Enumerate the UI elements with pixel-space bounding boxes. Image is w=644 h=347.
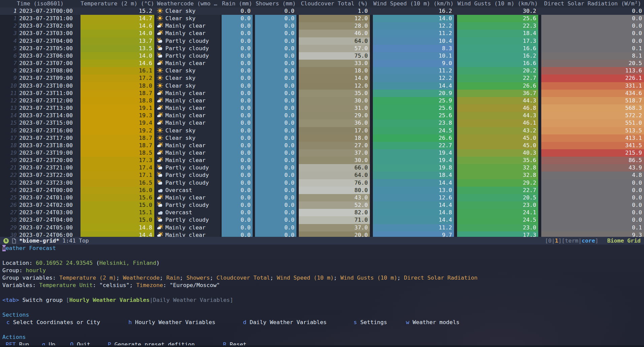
table-row[interactable]: 272023-07-24T03:0015.1Overcast0.00.082.0… — [0, 209, 644, 216]
cell-showers: 0.0 — [255, 194, 296, 201]
table-row[interactable]: 82023-07-23T08:0016.1Clear sky0.00.018.0… — [0, 67, 644, 74]
blank-line — [0, 304, 644, 311]
cell-temp: 16.0 — [80, 187, 154, 194]
weather-partly-cloudy-icon — [157, 53, 163, 59]
cell-showers: 0.0 — [255, 179, 296, 187]
weathercode-label: Partly cloudy — [165, 45, 209, 52]
text-segment: Temperature Unit — [39, 282, 93, 288]
weathercode-label: Clear sky — [165, 127, 195, 134]
table-row[interactable]: 192023-07-23T19:0018.5Mainly clear0.00.0… — [0, 149, 644, 157]
line-number: 29 — [0, 224, 18, 231]
file-icon — [12, 238, 16, 244]
cell-weathercode: Mainly clear — [156, 22, 220, 30]
table-body: 12023-07-23T00:0015.2Clear sky0.00.01.01… — [0, 7, 644, 237]
cell-weathercode: Mainly clear — [156, 60, 220, 67]
cell-rain: 0.0 — [222, 60, 253, 67]
column-header: Wind Gusts (10 m) (km/h) — [457, 0, 538, 7]
line-number: 1 — [0, 7, 18, 15]
line-number: 24 — [0, 187, 18, 194]
table-row[interactable]: 72023-07-23T07:0014.6Mainly clear0.00.03… — [0, 60, 644, 67]
cell-cloud: 17.0 — [299, 127, 370, 134]
table-row[interactable]: 202023-07-23T20:0017.3Mainly clear0.00.0… — [0, 157, 644, 164]
table-row[interactable]: 142023-07-23T14:0019.3Mainly clear0.00.0… — [0, 112, 644, 119]
table-row[interactable]: 102023-07-23T10:0018.0Clear sky0.00.012.… — [0, 82, 644, 90]
cell-temp: 19.2 — [80, 127, 154, 134]
cell-rain: 0.0 — [222, 97, 253, 104]
cell-temp: 18.7 — [80, 134, 154, 142]
cell-weathercode: Partly cloudy — [156, 45, 220, 52]
cell-cloud: 27.0 — [299, 142, 370, 149]
table-row[interactable]: 12023-07-23T01:0014.7Clear sky0.00.012.0… — [0, 15, 644, 22]
section-item-h[interactable]: h Hourly Weather Variables — [128, 319, 215, 326]
cell-time: 2023-07-23T08:00 — [18, 67, 80, 74]
table-row[interactable]: 282023-07-24T04:0015.0Partly cloudy0.00.… — [0, 216, 644, 224]
cell-cloud: 18.0 — [299, 134, 370, 142]
cell-showers: 0.0 — [255, 74, 296, 82]
table-row[interactable]: 162023-07-23T16:0019.2Clear sky0.00.017.… — [0, 127, 644, 134]
table-row[interactable]: 172023-07-23T17:0018.7Clear sky0.00.018.… — [0, 134, 644, 142]
table-row[interactable]: 212023-07-23T21:0017.4Partly cloudy0.00.… — [0, 164, 644, 171]
cell-gusts: 44.3 — [457, 112, 538, 119]
cell-solar: 0.0 — [541, 30, 644, 37]
table-row[interactable]: 32023-07-23T03:0014.0Mainly clear0.00.04… — [0, 30, 644, 37]
weathercode-label: Mainly clear — [165, 97, 205, 104]
table-row[interactable]: 252023-07-24T01:0015.6Mainly clear0.00.0… — [0, 194, 644, 201]
weather-table: Time (iso8601)Temperature (2 m) (°C)Weat… — [0, 0, 644, 237]
cell-rain: 0.0 — [222, 157, 253, 164]
table-row[interactable]: 302023-07-24T06:0014.4Mainly clear0.00.0… — [0, 231, 644, 237]
table-row[interactable]: 152023-07-23T15:0019.4Mainly clear0.00.0… — [0, 119, 644, 127]
blank-line — [0, 326, 644, 334]
section-item-d[interactable]: d Daily Weather Variables — [243, 319, 326, 326]
cell-solar: 434.6 — [541, 90, 644, 97]
weathercode-label: Clear sky — [165, 83, 195, 89]
cell-showers: 0.0 — [255, 149, 296, 157]
cell-showers: 0.0 — [255, 171, 296, 179]
group-variables-label: Group variables: — [2, 275, 59, 281]
line-number: 27 — [0, 209, 18, 216]
weathercode-label: Mainly clear — [165, 150, 205, 156]
table-row[interactable]: 242023-07-24T00:0016.0Overcast0.00.080.0… — [0, 187, 644, 194]
section-item-s[interactable]: s Settings — [354, 319, 387, 326]
table-row[interactable]: 132023-07-23T13:0019.1Mainly clear0.00.0… — [0, 104, 644, 112]
line-number: 26 — [0, 201, 18, 209]
cell-showers: 0.0 — [255, 67, 296, 74]
cell-time: 2023-07-24T05:00 — [18, 224, 80, 231]
table-row[interactable]: 122023-07-23T12:0018.8Mainly clear0.00.0… — [0, 97, 644, 104]
cell-temp: 17.2 — [80, 74, 154, 82]
cell-gusts: 35.6 — [457, 157, 538, 164]
weather-mainly-clear-icon — [157, 150, 163, 156]
tab-switch-line[interactable]: <tab> Switch group [Hourly Weather Varia… — [0, 296, 644, 304]
section-item-w[interactable]: w Weather models — [406, 319, 459, 326]
text-segment: core — [582, 238, 595, 244]
column-header: Showers (mm) — [255, 0, 296, 7]
table-row[interactable]: 232023-07-23T23:0016.5Partly cloudy0.00.… — [0, 179, 644, 187]
cell-solar: 0.0 — [541, 37, 644, 45]
text-segment: ) — [156, 260, 160, 266]
column-header: Weathercode (wmo … — [156, 0, 220, 7]
cell-showers: 0.0 — [255, 90, 296, 97]
cell-gusts: 16.2 — [457, 52, 538, 60]
section-item-c[interactable]: c Select Coordinates or City — [6, 319, 100, 326]
text-segment: ; — [130, 282, 136, 288]
table-row[interactable]: 52023-07-23T05:0013.5Partly cloudy0.00.0… — [0, 45, 644, 52]
weather-partly-cloudy-icon — [157, 202, 163, 208]
line-number: 20 — [0, 157, 18, 164]
key-label: Daily Weather Variables — [246, 319, 326, 325]
weathercode-label: Mainly clear — [165, 194, 205, 201]
text-segment: ] — [558, 238, 561, 244]
cell-showers: 0.0 — [255, 164, 296, 171]
table-row[interactable]: 42023-07-23T04:0013.7Partly cloudy0.00.0… — [0, 37, 644, 45]
cell-wind: 22.7 — [373, 142, 454, 149]
table-row[interactable]: 262023-07-24T02:0015.0Partly cloudy0.00.… — [0, 201, 644, 209]
table-row[interactable]: 12023-07-23T00:0015.2Clear sky0.00.01.01… — [0, 7, 644, 15]
table-row[interactable]: 22023-07-23T02:0014.6Mainly clear0.00.02… — [0, 22, 644, 30]
blank-line — [0, 289, 644, 296]
cell-wind: 13.0 — [373, 187, 454, 194]
table-row[interactable]: 92023-07-23T09:0017.2Clear sky0.00.014.0… — [0, 74, 644, 82]
table-row[interactable]: 222023-07-23T22:0017.1Partly cloudy0.00.… — [0, 171, 644, 179]
table-row[interactable]: 112023-07-23T11:0018.7Mainly clear0.00.0… — [0, 90, 644, 97]
table-row[interactable]: 292023-07-24T05:0014.8Mainly clear0.00.0… — [0, 224, 644, 231]
separator: ; — [397, 275, 404, 281]
table-row[interactable]: 62023-07-23T06:0014.0Partly cloudy0.00.0… — [0, 52, 644, 60]
table-row[interactable]: 182023-07-23T18:0018.7Mainly clear0.00.0… — [0, 142, 644, 149]
